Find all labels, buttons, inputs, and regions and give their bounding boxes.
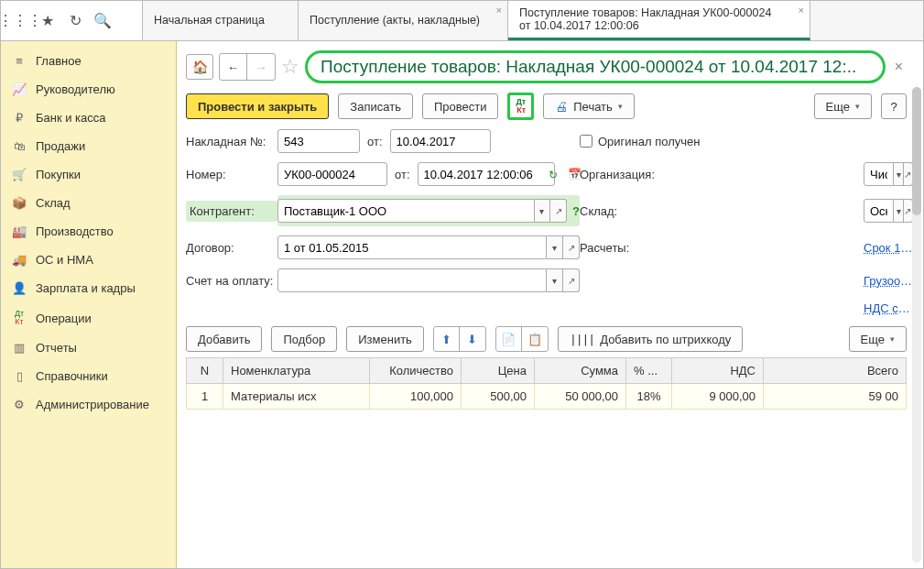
col-n[interactable]: N	[187, 358, 223, 384]
contract-input[interactable]	[277, 235, 547, 259]
cell-pct: 18%	[626, 384, 672, 410]
settlements-label: Расчеты:	[580, 241, 781, 255]
sidebar-item-purchases[interactable]: 🛒Покупки	[1, 160, 176, 189]
close-icon[interactable]: ×	[799, 5, 804, 16]
help-icon[interactable]: ?	[572, 204, 580, 218]
sidebar-item-manager[interactable]: 📈Руководителю	[1, 75, 176, 104]
open-icon[interactable]: ↗	[563, 235, 580, 259]
chevron-down-icon[interactable]: ▾	[547, 235, 563, 259]
table-action-bar: Добавить Подбор Изменить ⬆ ⬇ 📄 📋 ||||Доб…	[186, 326, 907, 352]
history-icon[interactable]: ↻	[65, 11, 85, 31]
sidebar-item-admin[interactable]: ⚙Администрирование	[1, 390, 176, 419]
sidebar-item-reports[interactable]: ▥Отчеты	[1, 334, 176, 362]
original-received-checkbox[interactable]	[580, 135, 592, 148]
invoice-for-label: Счет на оплату:	[186, 274, 277, 288]
number-input[interactable]	[277, 162, 387, 186]
tab-receipts[interactable]: Поступление (акты, накладные) ×	[299, 1, 508, 40]
open-icon[interactable]: ↗	[550, 199, 567, 223]
consignor-link[interactable]: Грузоотправитель и грузополучате...	[864, 274, 913, 288]
main-area: ≡Главное 📈Руководителю ₽Банк и касса 🛍Пр…	[1, 41, 923, 568]
refresh-icon[interactable]: ↻	[549, 169, 558, 181]
sidebar-item-hr[interactable]: 👤Зарплата и кадры	[1, 274, 176, 302]
print-button[interactable]: 🖨 Печать ▾	[543, 93, 635, 119]
table-header-row: N Номенклатура Количество Цена Сумма % .…	[187, 358, 907, 384]
cell-item: Материалы исх	[223, 384, 370, 410]
chevron-down-icon[interactable]: ▾	[894, 162, 903, 186]
sidebar-item-catalogs[interactable]: ▯Справочники	[1, 362, 176, 390]
sidebar-item-label: Руководителю	[36, 82, 115, 96]
sidebar-item-warehouse[interactable]: 📦Склад	[1, 189, 176, 217]
add-by-barcode-button[interactable]: ||||Добавить по штрихкоду	[558, 326, 744, 352]
invoice-date-input[interactable]	[390, 129, 491, 153]
edit-button[interactable]: Изменить	[346, 326, 424, 352]
form-grid: Накладная №: от: Оригинал получен Номер:…	[186, 129, 907, 315]
home-button[interactable]: 🏠	[186, 54, 213, 80]
table-row[interactable]: 1 Материалы исх 100,000 500,00 50 000,00…	[187, 384, 907, 410]
invoice-no-input[interactable]	[277, 129, 360, 153]
favorite-star-icon[interactable]: ☆	[281, 55, 299, 79]
chevron-down-icon[interactable]: ▾	[535, 199, 551, 223]
table-more-button[interactable]: Еще ▾	[849, 326, 907, 352]
copy-button[interactable]: 📄	[496, 327, 522, 351]
top-bar: ⋮⋮⋮ ★ ↻ 🔍 Начальная страница Поступление…	[1, 1, 923, 41]
chevron-down-icon: ▾	[618, 102, 623, 111]
pick-button[interactable]: Подбор	[271, 326, 337, 352]
paste-button[interactable]: 📋	[522, 327, 548, 351]
forward-button[interactable]: →	[247, 54, 275, 80]
col-total[interactable]: Всего	[764, 358, 907, 384]
save-button[interactable]: Записать	[338, 93, 413, 119]
person-icon: 👤	[12, 281, 27, 295]
move-down-button[interactable]: ⬇	[460, 327, 485, 351]
sidebar-item-assets[interactable]: 🚚ОС и НМА	[1, 246, 176, 274]
original-received-label: Оригинал получен	[598, 135, 700, 148]
from-label-2: от:	[395, 168, 410, 181]
tab-current[interactable]: Поступление товаров: Накладная УК00-0000…	[508, 1, 810, 40]
col-item[interactable]: Номенклатура	[223, 358, 370, 384]
cell-price: 500,00	[462, 384, 535, 410]
sidebar-item-main[interactable]: ≡Главное	[1, 47, 176, 75]
open-icon[interactable]: ↗	[563, 268, 580, 292]
counterparty-input[interactable]	[277, 199, 535, 223]
post-button[interactable]: Провести	[422, 93, 499, 119]
invoice-for-input[interactable]	[277, 268, 547, 292]
scrollbar[interactable]	[912, 87, 921, 563]
post-and-close-button[interactable]: Провести и закрыть	[186, 93, 329, 119]
invoice-no-label: Накладная №:	[186, 135, 277, 148]
col-price[interactable]: Цена	[462, 358, 535, 384]
number-date-input[interactable]	[418, 162, 555, 186]
col-vat[interactable]: НДС	[672, 358, 764, 384]
org-input[interactable]	[864, 162, 894, 186]
col-pct[interactable]: % ...	[626, 358, 672, 384]
scrollbar-thumb[interactable]	[912, 87, 921, 215]
truck-icon: 🚚	[12, 253, 27, 267]
tab-home[interactable]: Начальная страница	[143, 1, 299, 40]
help-button[interactable]: ?	[881, 93, 907, 119]
vat-link[interactable]: НДС сверху	[864, 301, 913, 315]
add-button[interactable]: Добавить	[186, 326, 262, 352]
items-table-wrap: N Номенклатура Количество Цена Сумма % .…	[186, 357, 907, 410]
dtkt-button[interactable]: ДтКт	[507, 93, 534, 120]
settlements-link[interactable]: Срок 10.04.2017, 60.01, 60.02, зач...	[864, 241, 913, 255]
dtkt-icon: ДтКт	[516, 98, 526, 115]
col-sum[interactable]: Сумма	[535, 358, 626, 384]
close-icon[interactable]: ×	[496, 5, 502, 16]
col-qty[interactable]: Количество	[370, 358, 462, 384]
chevron-down-icon[interactable]: ▾	[894, 199, 903, 223]
move-up-button[interactable]: ⬆	[434, 327, 460, 351]
search-icon[interactable]: 🔍	[92, 11, 113, 31]
apps-icon[interactable]: ⋮⋮⋮	[10, 11, 30, 31]
chevron-down-icon[interactable]: ▾	[547, 268, 563, 292]
sidebar-item-production[interactable]: 🏭Производство	[1, 217, 176, 246]
sidebar-item-sales[interactable]: 🛍Продажи	[1, 132, 176, 160]
close-icon[interactable]: ×	[891, 59, 907, 75]
top-icon-bar: ⋮⋮⋮ ★ ↻ 🔍	[1, 1, 143, 40]
sidebar-item-bank[interactable]: ₽Банк и касса	[1, 104, 176, 132]
sidebar-item-label: Главное	[36, 54, 82, 68]
back-button[interactable]: ←	[220, 54, 247, 80]
sidebar-item-operations[interactable]: ДтКтОперации	[1, 302, 176, 334]
bag-icon: 🛍	[12, 139, 27, 153]
cell-sum: 50 000,00	[535, 384, 626, 410]
warehouse-input[interactable]	[864, 199, 894, 223]
star-icon[interactable]: ★	[38, 11, 58, 31]
more-button[interactable]: Еще ▾	[814, 93, 872, 119]
